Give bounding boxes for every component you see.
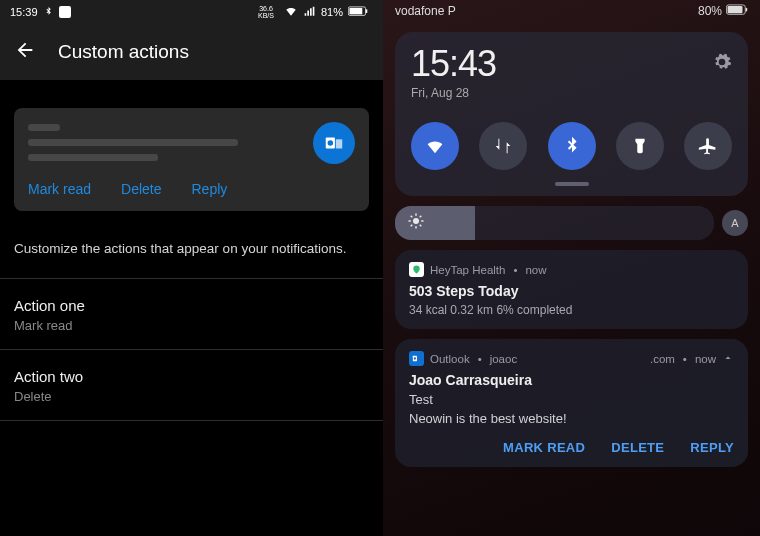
preview-actions-row: Mark read Delete Reply <box>28 169 355 201</box>
battery-percent: 80% <box>698 4 722 18</box>
action-two-row[interactable]: Action two Delete <box>14 350 369 420</box>
notif-action-delete[interactable]: DELETE <box>611 440 664 455</box>
svg-point-8 <box>413 218 419 224</box>
outlook-app-icon <box>409 351 424 366</box>
svg-rect-2 <box>366 9 367 13</box>
brightness-icon <box>407 212 425 234</box>
svg-rect-1 <box>349 7 362 13</box>
notification-shade: vodafone P 80% 15:43 Fri, Aug 28 <box>383 0 760 536</box>
signal-status-icon <box>303 5 316 20</box>
wifi-status-icon <box>284 4 298 20</box>
action-one-value: Mark read <box>14 318 369 333</box>
preview-action-reply: Reply <box>192 181 228 197</box>
notif-action-reply[interactable]: REPLY <box>690 440 734 455</box>
settings-gear-icon[interactable] <box>712 52 732 76</box>
notif-app-name: Outlook <box>430 353 470 365</box>
svg-point-4 <box>328 140 334 146</box>
brightness-row: A <box>395 206 748 240</box>
brightness-slider[interactable] <box>395 206 714 240</box>
qs-tile-wifi[interactable] <box>411 122 459 170</box>
preview-action-mark-read: Mark read <box>28 181 91 197</box>
qs-clock[interactable]: 15:43 <box>411 46 496 82</box>
quick-settings-panel: 15:43 Fri, Aug 28 <box>395 32 748 196</box>
notif-subtext: 34 kcal 0.32 km 6% completed <box>409 303 734 317</box>
battery-percent: 81% <box>321 6 343 18</box>
battery-status-icon <box>348 6 368 19</box>
notification-heytap[interactable]: HeyTap Health now 503 Steps Today 34 kca… <box>395 250 748 329</box>
page-title: Custom actions <box>58 41 189 63</box>
notification-outlook[interactable]: Outlook joaoc .com now Joao Carrasqueira… <box>395 339 748 467</box>
battery-status-icon <box>726 4 748 19</box>
status-time: 15:39 <box>10 6 38 18</box>
net-rate: 36.6KB/S <box>258 5 279 19</box>
notif-when: now <box>695 353 716 365</box>
notif-account: joaoc <box>490 353 518 365</box>
outlook-app-icon <box>313 122 355 164</box>
carrier-label: vodafone P <box>395 4 456 18</box>
collapse-icon[interactable] <box>722 352 734 366</box>
svg-rect-6 <box>728 6 743 13</box>
app-bar: Custom actions <box>0 24 383 80</box>
qs-drag-handle[interactable] <box>555 182 589 186</box>
status-bar-left: 15:39 36.6KB/S 81% <box>0 0 383 24</box>
notification-preview-card: Mark read Delete Reply <box>14 108 369 211</box>
preview-action-delete: Delete <box>121 181 161 197</box>
qs-tile-flashlight[interactable] <box>616 122 664 170</box>
heytap-app-icon <box>409 262 424 277</box>
back-icon[interactable] <box>14 39 36 65</box>
notif-subject: Test <box>409 392 734 407</box>
action-one-label: Action one <box>14 297 369 314</box>
action-two-label: Action two <box>14 368 369 385</box>
qs-date[interactable]: Fri, Aug 28 <box>411 86 496 100</box>
notif-body: Neowin is the best website! <box>409 411 734 426</box>
action-two-value: Delete <box>14 389 369 404</box>
divider <box>0 420 383 421</box>
settings-screen: 15:39 36.6KB/S 81% Custom actions <box>0 0 383 536</box>
preview-text-placeholders <box>28 122 303 169</box>
qs-tile-airplane[interactable] <box>684 122 732 170</box>
bluetooth-status-icon <box>43 6 54 19</box>
svg-point-10 <box>414 357 416 359</box>
notif-domain: .com <box>650 353 675 365</box>
notif-action-mark-read[interactable]: MARK READ <box>503 440 585 455</box>
action-one-row[interactable]: Action one Mark read <box>14 279 369 349</box>
notif-sender: Joao Carrasqueira <box>409 372 734 388</box>
qs-tile-mobile-data[interactable] <box>479 122 527 170</box>
app-status-icon <box>59 6 71 18</box>
notif-actions-row: MARK READ DELETE REPLY <box>409 440 734 455</box>
section-description: Customize the actions that appear on you… <box>14 211 369 278</box>
auto-brightness-toggle[interactable]: A <box>722 210 748 236</box>
notif-when: now <box>525 264 546 276</box>
notif-app-name: HeyTap Health <box>430 264 505 276</box>
qs-tile-bluetooth[interactable] <box>548 122 596 170</box>
qs-tiles-row <box>411 122 732 170</box>
status-bar-right: vodafone P 80% <box>383 0 760 22</box>
notif-title: 503 Steps Today <box>409 283 734 299</box>
svg-rect-7 <box>746 7 748 11</box>
